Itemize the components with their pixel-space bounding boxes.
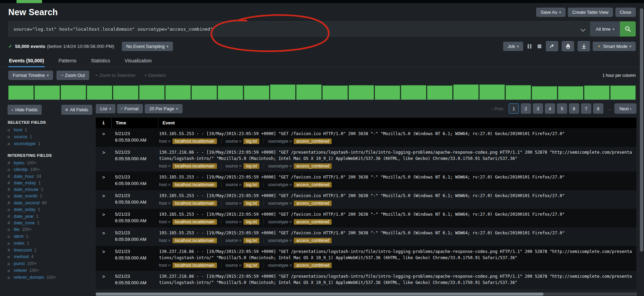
timeline-bar[interactable] [349, 85, 374, 100]
tag-value-sourcetype[interactable]: access_combined [294, 201, 332, 206]
expand-event-chevron-icon[interactable]: > [96, 131, 112, 144]
tag-value-source[interactable]: log.txt [243, 182, 259, 187]
event-raw-text[interactable]: 130.237.218.86 - - [19/May/2015:23:05:59… [159, 149, 632, 162]
timeline-bar[interactable] [610, 85, 636, 100]
field-item-date_mday[interactable]: #date_mday1 [8, 180, 92, 186]
field-name[interactable]: date_wday [14, 207, 35, 212]
tag-value-source[interactable]: log.txt [243, 163, 259, 169]
search-input[interactable]: source="log.txt" host="localhost.localdo… [8, 21, 590, 37]
event-raw-text[interactable]: 193.185.55.253 - - [19/May/2015:23:05:59… [159, 193, 632, 199]
page-button-6[interactable]: 6 [569, 103, 579, 114]
pause-job-button[interactable] [526, 44, 533, 49]
time-range-picker[interactable]: All time▾ [590, 21, 620, 37]
search-query-text[interactable]: source="log.txt" host="localhost.localdo… [13, 27, 213, 32]
page-button-3[interactable]: 3 [533, 103, 543, 114]
page-button-2[interactable]: 2 [521, 103, 531, 114]
field-name[interactable]: date_year [14, 214, 34, 219]
tag-value-host[interactable]: localhost.localdomain [173, 201, 217, 206]
event-timeline-histogram[interactable] [8, 82, 636, 100]
event-raw-text[interactable]: 130.237.218.86 - - [19/May/2015:23:05:59… [159, 248, 632, 261]
tab-patterns[interactable]: Patterns [58, 56, 77, 67]
event-raw-text[interactable]: 130.237.218.86 - - [19/May/2015:23:05:59… [159, 273, 632, 286]
timeline-bar[interactable] [34, 85, 60, 100]
field-name[interactable]: index [14, 241, 24, 246]
page-button-7[interactable]: 7 [581, 103, 591, 114]
format-results-button[interactable]: ∕Format [117, 104, 143, 113]
timeline-bar[interactable] [427, 85, 453, 100]
export-job-button[interactable] [578, 41, 590, 51]
expand-event-chevron-icon[interactable]: > [96, 174, 112, 187]
timeline-bar[interactable] [61, 85, 86, 100]
field-item-linecount[interactable]: #linecount1 [8, 247, 92, 253]
page-button-8[interactable]: 8 [593, 103, 603, 114]
field-item-clientip[interactable]: aclientip100+ [8, 166, 92, 173]
field-name[interactable]: date_mday [14, 180, 36, 185]
event-raw-text[interactable]: 193.185.55.253 - - [19/May/2015:23:05:59… [159, 131, 632, 137]
field-item-date_minute[interactable]: #date_minute1 [8, 186, 92, 193]
tab-events-50-000[interactable]: Events (50,000) [8, 56, 45, 67]
page-button-1[interactable]: 1 [509, 103, 519, 114]
field-name[interactable]: linecount [14, 247, 32, 253]
timeline-bar[interactable] [113, 85, 138, 100]
page-button-4[interactable]: 4 [545, 103, 555, 114]
tag-value-sourcetype[interactable]: access_combined [294, 139, 332, 144]
expand-event-chevron-icon[interactable]: > [96, 193, 112, 206]
format-timeline-button[interactable]: Format Timeline▾ [8, 71, 53, 80]
timeline-bar[interactable] [244, 85, 269, 100]
tab-visualization[interactable]: Visualization [124, 56, 152, 67]
field-name[interactable]: punct [14, 261, 25, 266]
field-name[interactable]: date_zone [14, 220, 35, 225]
tag-value-source[interactable]: log.txt [243, 139, 259, 144]
tag-value-source[interactable]: log.txt [243, 201, 259, 206]
page-button-5[interactable]: 5 [557, 103, 567, 114]
field-item-referer_domain[interactable]: areferer_domain100+ [8, 274, 92, 281]
timeline-bar[interactable] [532, 86, 557, 100]
field-item-file[interactable]: afile100+ [8, 226, 92, 233]
field-item-date_wday[interactable]: adate_wday1 [8, 206, 92, 213]
timeline-bar[interactable] [87, 85, 112, 100]
field-item-index[interactable]: aindex1 [8, 240, 92, 247]
field-item-host[interactable]: ahost1 [8, 126, 92, 133]
event-raw-text[interactable]: 193.185.55.253 - - [19/May/2015:23:05:59… [159, 174, 632, 180]
field-name[interactable]: date_minute [14, 187, 39, 192]
field-item-source[interactable]: asource1 [8, 133, 92, 140]
expand-event-chevron-icon[interactable]: > [96, 149, 112, 169]
field-item-date_zone[interactable]: #date_zone1 [8, 220, 92, 226]
timeline-bar[interactable] [296, 84, 322, 100]
tag-value-sourcetype[interactable]: access_combined [294, 182, 332, 187]
field-name[interactable]: source [14, 134, 27, 139]
field-item-punct[interactable]: apunct100+ [8, 260, 92, 267]
list-view-button[interactable]: List▾ [96, 104, 115, 113]
per-page-button[interactable]: 20 Per Page▾ [145, 104, 182, 113]
field-name[interactable]: sourcetype [14, 141, 36, 146]
timeline-bar[interactable] [8, 85, 34, 100]
field-name[interactable]: date_month [14, 193, 38, 198]
timeline-bar[interactable] [558, 86, 583, 100]
tag-value-host[interactable]: localhost.localdomain [173, 163, 217, 169]
zoom-out-button[interactable]: − Zoom Out [56, 71, 89, 80]
field-item-sourcetype[interactable]: asourcetype1 [8, 140, 92, 147]
job-menu-button[interactable]: Job▾ [503, 42, 523, 51]
timeline-bar[interactable] [322, 85, 348, 100]
expand-event-chevron-icon[interactable]: > [96, 248, 112, 268]
create-table-view-button[interactable]: Create Table View [568, 8, 613, 17]
field-item-referer[interactable]: areferer100+ [8, 267, 92, 274]
field-item-bytes[interactable]: #bytes100+ [8, 160, 92, 166]
field-item-date_hour[interactable]: #date_hour24 [8, 173, 92, 180]
tag-value-host[interactable]: localhost.localdomain [173, 219, 217, 225]
tag-value-source[interactable]: log.txt [243, 263, 259, 268]
field-name[interactable]: date_hour [14, 174, 34, 179]
tag-value-host[interactable]: localhost.localdomain [173, 139, 217, 144]
all-fields-button[interactable]: ≡All Fields [61, 105, 92, 115]
share-job-button[interactable] [546, 41, 558, 51]
field-name[interactable]: clientip [14, 167, 28, 172]
event-raw-text[interactable]: 193.185.55.253 - - [19/May/2015:23:05:59… [159, 211, 632, 217]
expand-event-chevron-icon[interactable]: > [96, 211, 112, 225]
timeline-bar[interactable] [453, 84, 479, 100]
timeline-bar[interactable] [270, 84, 295, 100]
timeline-bar[interactable] [191, 85, 217, 100]
field-name[interactable]: date_second [14, 200, 39, 205]
save-as-button[interactable]: Save As▾ [536, 8, 565, 17]
field-item-date_year[interactable]: #date_year1 [8, 213, 92, 220]
horizontal-scrollbar[interactable] [96, 293, 637, 296]
